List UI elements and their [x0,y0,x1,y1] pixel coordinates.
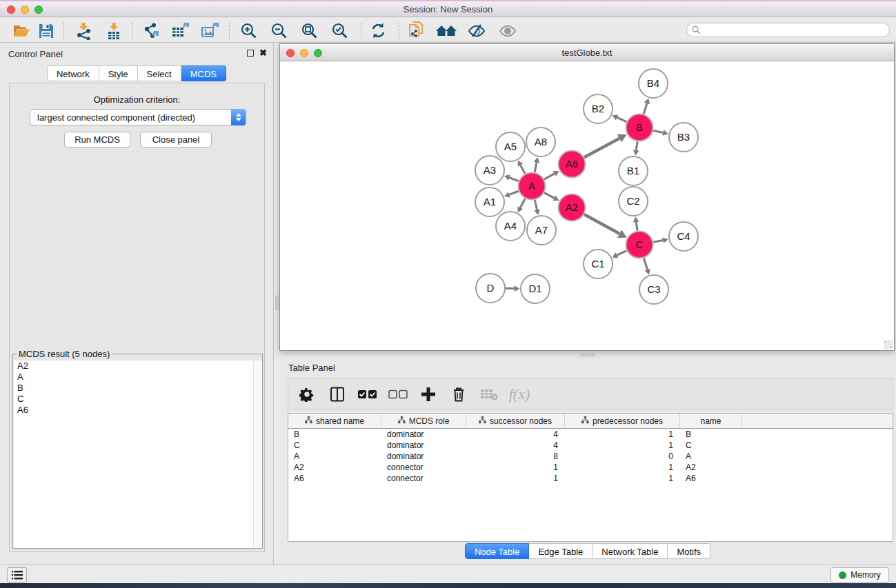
graph-node-C3[interactable]: C3 [639,275,668,304]
graph-node-label: A2 [566,201,578,213]
mcds-result-item[interactable]: C [14,394,262,405]
run-mcds-button[interactable]: Run MCDS [64,132,130,148]
graph-node-B3[interactable]: B3 [669,123,698,152]
graph-edge-B-B2[interactable] [617,117,627,121]
refresh-icon[interactable] [366,21,390,40]
graph-node-A5[interactable]: A5 [496,132,525,161]
save-session-icon[interactable] [34,21,58,40]
graph-edge-A-A4[interactable] [520,199,525,207]
export-table-icon[interactable] [168,21,192,40]
settings-gear-icon[interactable] [297,384,317,405]
graph-edge-A-A1[interactable] [509,191,518,194]
home-view-icon[interactable] [435,21,458,40]
graph-node-A7[interactable]: A7 [527,216,556,245]
clone-network-icon[interactable] [406,21,429,40]
zoom-fit-icon[interactable] [298,21,321,40]
mcds-result-item[interactable]: A6 [14,405,262,416]
mcds-result-item[interactable]: A [14,372,262,383]
import-network-icon[interactable] [72,21,95,40]
graph-node-C[interactable]: C [626,232,653,258]
graph-edge-A-A2[interactable] [544,193,555,199]
result-scrollbar[interactable] [253,361,261,548]
graph-node-C4[interactable]: C4 [669,222,698,251]
zoom-out-icon[interactable] [268,21,291,40]
tab-mcds[interactable]: MCDS [181,65,226,81]
column-header-MCDS-role[interactable]: MCDS role [381,414,466,428]
zoom-in-icon[interactable] [237,21,261,40]
vertical-split-handle[interactable] [275,295,279,310]
graph-edge-A-A7[interactable] [535,200,537,210]
graph-edge-A6-B[interactable] [584,139,619,158]
graph-node-A8[interactable]: A8 [526,128,555,156]
table-row[interactable]: A6connector11A6 [288,473,893,484]
graph-node-B4[interactable]: B4 [639,69,668,98]
graph-node-A3[interactable]: A3 [475,156,504,185]
show-graphics-icon[interactable] [496,21,519,40]
mcds-result-item[interactable]: B [14,383,262,394]
column-header-successor-nodes[interactable]: successor nodes [466,414,565,428]
graph-edge-C-C1[interactable] [617,251,626,256]
column-header-name[interactable]: name [680,414,742,428]
delete-column-icon[interactable] [448,384,469,405]
table-row[interactable]: A2connector11A2 [288,462,893,473]
tab-network[interactable]: Network [47,65,99,81]
window-resize-grip[interactable] [884,341,893,349]
graph-node-A1[interactable]: A1 [475,187,504,216]
graph-edge-A-A8[interactable] [535,163,537,172]
horizontal-split-handle[interactable] [580,352,595,356]
criterion-select[interactable]: largest connected component (directed) [30,109,246,125]
close-panel-icon[interactable]: ✖ [259,48,267,58]
graph-edge-B-B4[interactable] [644,103,647,114]
graph-edge-C-C3[interactable] [644,258,647,270]
tab-edge-table[interactable]: Edge Table [529,543,593,559]
graph-edge-B-B1[interactable] [636,141,637,150]
status-bar: Memory [0,565,896,583]
column-header-shared-name[interactable]: shared name [288,414,381,428]
graph-edge-A-A6[interactable] [544,174,555,179]
tab-network-table[interactable]: Network Table [593,543,668,559]
network-window-titlebar[interactable]: testGlobe.txt [280,44,894,61]
graph-node-A[interactable]: A [519,173,546,200]
export-image-icon[interactable] [198,21,221,40]
column-layout-icon[interactable] [327,384,348,405]
tab-motifs[interactable]: Motifs [668,543,710,559]
tab-node-table[interactable]: Node Table [465,543,530,559]
graph-node-B[interactable]: B [626,114,653,141]
table-row[interactable]: Bdominator41B [288,429,893,440]
graph-edge-B-B3[interactable] [653,130,663,132]
float-panel-icon[interactable] [247,50,254,57]
graph-edge-A-A5[interactable] [520,165,525,174]
graph-node-D1[interactable]: D1 [521,274,550,303]
memory-button[interactable]: Memory [830,567,889,582]
open-file-icon[interactable] [10,21,33,40]
hide-panel-icon[interactable] [465,21,488,40]
close-panel-button[interactable]: Close panel [140,132,212,148]
graph-node-D[interactable]: D [476,274,505,303]
add-column-icon[interactable] [418,384,439,405]
task-history-button[interactable] [7,567,27,582]
zoom-selected-icon[interactable] [328,21,352,40]
import-table-icon[interactable] [102,21,126,40]
select-all-icon[interactable] [357,384,378,405]
graph-node-B2[interactable]: B2 [584,94,613,123]
graph-node-A4[interactable]: A4 [496,212,525,241]
tab-select[interactable]: Select [138,65,181,81]
graph-node-C1[interactable]: C1 [584,250,613,278]
export-network-icon[interactable] [139,21,162,40]
graph-node-C2[interactable]: C2 [619,187,648,216]
table-row[interactable]: Adominator80A [288,451,893,462]
graph-node-A2[interactable]: A2 [559,194,586,221]
tab-style[interactable]: Style [99,65,138,81]
graph-edge-A-A3[interactable] [509,178,518,181]
column-header-predecessor-nodes[interactable]: predecessor nodes [565,414,680,428]
search-input[interactable] [701,26,873,35]
network-graph-canvas[interactable]: B4B2BB3A8A5A6A3B1AA1C2A2A4A7C4CC1C3DD1 [280,61,894,350]
mcds-result-item[interactable]: A2 [14,361,262,372]
deselect-all-icon[interactable] [388,384,408,405]
graph-node-A6[interactable]: A6 [559,151,586,178]
graph-edge-C-C4[interactable] [653,241,663,243]
graph-edge-C-C2[interactable] [636,222,637,231]
table-row[interactable]: Cdominator41C [288,440,893,451]
graph-node-B1[interactable]: B1 [619,156,648,185]
graph-edge-A2-C[interactable] [584,214,619,234]
